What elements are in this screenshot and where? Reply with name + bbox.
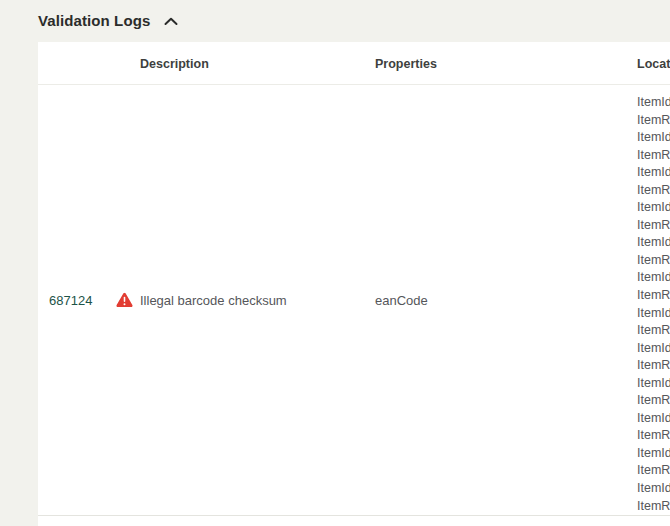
location-line: ItemId xyxy=(637,234,670,252)
location-line: ItemRe xyxy=(637,498,670,516)
validation-logs-collapse-header[interactable]: Validation Logs xyxy=(38,12,178,29)
location-line: ItemId xyxy=(637,199,670,217)
table-row: 687124 Illegal barcode checksum eanCode … xyxy=(38,85,670,516)
location-line: ItemRe xyxy=(637,357,670,375)
location-line: ItemRe xyxy=(637,217,670,235)
location-line: ItemRe xyxy=(637,252,670,270)
location-line: ItemRe xyxy=(637,392,670,410)
column-header-description: Description xyxy=(140,42,209,85)
location-line: ItemId xyxy=(637,480,670,498)
warning-triangle-icon xyxy=(116,293,133,308)
location-line: ItemRe xyxy=(637,182,670,200)
location-line: ItemRe xyxy=(637,287,670,305)
validation-logs-table: Description Properties Location 687124 I… xyxy=(38,42,670,526)
column-header-location: Location xyxy=(637,42,670,85)
location-line: ItemId xyxy=(637,340,670,358)
location-line: ItemId xyxy=(637,445,670,463)
location-line: ItemRe xyxy=(637,147,670,165)
location-line: ItemRe xyxy=(637,112,670,130)
table-header-row: Description Properties Location xyxy=(38,42,670,85)
location-line: ItemId xyxy=(637,305,670,323)
column-header-properties: Properties xyxy=(375,42,437,85)
location-line: ItemRe xyxy=(637,462,670,480)
location-line: ItemId xyxy=(637,410,670,428)
location-line: ItemId xyxy=(637,269,670,287)
location-line: ItemId xyxy=(637,375,670,393)
location-line: ItemId xyxy=(637,94,670,112)
location-line: ItemId xyxy=(637,164,670,182)
log-location-cell: ItemIdItemReItemIdItemReItemIdItemReItem… xyxy=(637,85,670,515)
location-line: ItemRe xyxy=(637,322,670,340)
log-id-link[interactable]: 687124 xyxy=(49,293,92,308)
validation-logs-page: Validation Logs Description Properties L… xyxy=(0,0,670,526)
log-id-cell: 687124 xyxy=(49,293,133,308)
log-description: Illegal barcode checksum xyxy=(140,293,287,308)
log-properties: eanCode xyxy=(375,293,428,308)
chevron-up-icon[interactable] xyxy=(164,17,178,26)
table-row-partial xyxy=(38,516,670,526)
panel-title: Validation Logs xyxy=(38,12,150,29)
location-line: ItemRe xyxy=(637,427,670,445)
location-line: ItemId xyxy=(637,129,670,147)
